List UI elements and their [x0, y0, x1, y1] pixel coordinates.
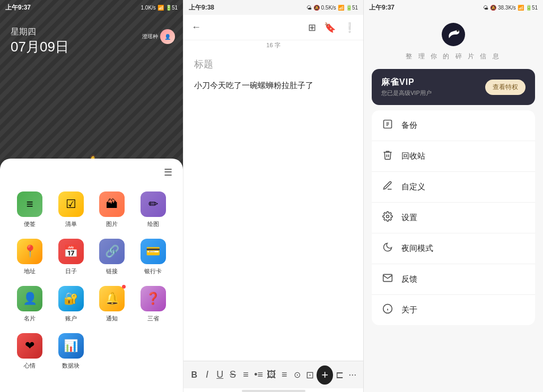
avatar-area[interactable]: 澄瑶种 👤 [142, 29, 175, 44]
circle-button[interactable]: ⊙ [291, 370, 304, 380]
trash-icon [381, 150, 394, 163]
grid-item-note[interactable]: ≡便签 [11, 189, 49, 231]
grid-item-link[interactable]: 🔗链接 [93, 236, 132, 278]
mood-label: 心情 [24, 362, 36, 370]
grid-item-reflect[interactable]: ❓三省 [134, 283, 173, 325]
feedback-icon [381, 273, 394, 286]
status-icons-panel1: 1.0K/s 📶 🔋51 [141, 5, 178, 11]
grid-item-addr[interactable]: 📍地址 [11, 236, 49, 278]
app-grid: ≡便签☑清单🏔图片✏绘图📍地址📅日子🔗链接💳银行卡👤名片🔐账户🔔通知❓三省❤心情… [11, 189, 172, 372]
underline-button[interactable]: U [214, 369, 226, 380]
grid-item-notify[interactable]: 🔔通知 [93, 283, 132, 325]
night-label: 夜间模式 [401, 243, 433, 254]
feedback-label: 反馈 [401, 274, 417, 284]
grid-item-bank[interactable]: 💳银行卡 [134, 236, 173, 278]
mood-icon: ❤ [17, 333, 42, 359]
bottom-sheet: ☰ ≡便签☑清单🏔图片✏绘图📍地址📅日子🔗链接💳银行卡👤名片🔐账户🔔通知❓三省❤… [0, 159, 183, 392]
grid-item-day[interactable]: 📅日子 [52, 236, 91, 278]
more-options-button[interactable]: ··· [346, 369, 359, 380]
more-icon[interactable]: ❕ [344, 22, 355, 33]
bank-label: 银行卡 [144, 267, 162, 275]
draw-label: 绘图 [147, 220, 159, 228]
panel-editor: 上午9:38 🌤 🔕 0.5K/s 📶 🔋51 ← ⊞ 🔖 ❕ 16 字 16 … [183, 0, 363, 392]
panel-home: 上午9:37 1.0K/s 📶 🔋51 星期四 07月09日 澄瑶种 👤 🧍 ☰… [0, 0, 183, 392]
layout-icon[interactable]: ⊞ [308, 22, 316, 33]
time-panel1: 上午9:37 [5, 3, 31, 12]
list-icon: ☑ [58, 191, 84, 217]
customize-label: 自定义 [401, 182, 425, 192]
bold-button[interactable]: B [188, 370, 200, 380]
avatar[interactable]: 👤 [160, 29, 175, 44]
status-bar-panel3: 上午9:37 🌤 🔕 38.3K/s 📶 🔋51 [364, 0, 543, 15]
box-button[interactable]: ⊡ [304, 369, 317, 381]
menu-item-trash[interactable]: 回收站 [372, 141, 535, 172]
strikethrough-button[interactable]: S [226, 369, 239, 380]
align-button[interactable]: ≡ [278, 369, 291, 380]
settings-icon [381, 211, 394, 224]
settings-menu: 备份回收站自定义设置夜间模式反馈关于 [372, 110, 535, 325]
grid-item-photo[interactable]: 🏔图片 [93, 189, 132, 231]
grid-item-contact[interactable]: 👤名片 [11, 283, 49, 325]
notify-icon: 🔔 [99, 286, 125, 311]
bank-icon: 💳 [141, 239, 166, 264]
list-label: 清单 [65, 220, 77, 228]
grid-item-list[interactable]: ☑清单 [52, 189, 91, 231]
tagline: 整 理 你 的 碎 片 信 息 [406, 52, 501, 61]
customize-icon [381, 180, 394, 194]
status-icons-panel3: 🌤 🔕 38.3K/s 📶 🔋51 [483, 5, 538, 11]
note-label: 便签 [24, 220, 36, 228]
image-button[interactable]: 🖼 [265, 369, 278, 380]
grid-item-data[interactable]: 📊数据块 [52, 330, 91, 372]
about-icon [381, 303, 394, 317]
editor-toolbar: ← ⊞ 🔖 ❕ 16 字 [183, 15, 363, 40]
keyboard-button[interactable]: ⊏ [333, 369, 346, 381]
editor-bottom-toolbar: B I U S ≡ •≡ 🖼 ≡ ⊙ ⊡ + ⊏ ··· [183, 361, 363, 388]
status-bar-panel1: 上午9:37 1.0K/s 📶 🔋51 [0, 0, 183, 15]
about-label: 关于 [401, 305, 417, 315]
note-content-field[interactable]: 小刀今天吃了一碗螺蛳粉拉肚子了 [183, 73, 363, 361]
back-button[interactable]: ← [191, 22, 201, 33]
share-icon[interactable]: 🔖 [324, 22, 336, 33]
menu-item-settings[interactable]: 设置 [372, 203, 535, 233]
orderedlist-button[interactable]: ≡ [239, 369, 252, 380]
backup-icon [381, 119, 394, 132]
menu-icon[interactable]: ☰ [164, 167, 172, 178]
grid-item-account[interactable]: 🔐账户 [52, 283, 91, 325]
toolbar-right: ⊞ 🔖 ❕ [308, 22, 355, 33]
photo-icon: 🏔 [99, 191, 125, 217]
status-bar-panel2: 上午9:38 🌤 🔕 0.5K/s 📶 🔋51 [183, 0, 363, 15]
data-label: 数据块 [62, 362, 80, 370]
add-button[interactable]: + [317, 365, 333, 385]
backup-label: 备份 [401, 120, 417, 130]
contact-icon: 👤 [17, 286, 42, 311]
note-title-field[interactable]: 标题 [183, 50, 363, 73]
trash-label: 回收站 [401, 151, 425, 161]
svg-point-1 [457, 30, 459, 32]
status-icons-panel2: 🌤 🔕 0.5K/s 📶 🔋51 [306, 5, 358, 11]
link-icon: 🔗 [99, 239, 125, 264]
panel-settings: 上午9:37 🌤 🔕 38.3K/s 📶 🔋51 整 理 你 的 碎 片 信 息… [363, 0, 543, 392]
home-indicator [242, 390, 305, 392]
menu-item-about[interactable]: 关于 [372, 295, 535, 325]
sheet-header: ☰ [11, 167, 172, 178]
account-label: 账户 [65, 315, 77, 323]
vip-card: 麻雀VIP 您已是高级VIP用户 查看特权 [372, 69, 535, 105]
notify-label: 通知 [106, 315, 118, 323]
menu-item-backup[interactable]: 备份 [372, 110, 535, 141]
reflect-label: 三省 [147, 315, 159, 323]
grid-item-draw[interactable]: ✏绘图 [134, 189, 173, 231]
draw-icon: ✏ [141, 191, 166, 217]
bulletlist-button[interactable]: •≡ [252, 369, 265, 380]
menu-item-feedback[interactable]: 反馈 [372, 264, 535, 295]
italic-button[interactable]: I [200, 369, 213, 380]
data-icon: 📊 [58, 333, 84, 359]
menu-item-customize[interactable]: 自定义 [372, 172, 535, 203]
date-area: 星期四 07月09日 [11, 27, 69, 56]
time-panel3: 上午9:37 [369, 3, 395, 12]
reflect-icon: ❓ [141, 286, 166, 311]
addr-label: 地址 [24, 267, 36, 275]
vip-button[interactable]: 查看特权 [485, 80, 526, 95]
note-icon: ≡ [17, 191, 42, 217]
menu-item-night[interactable]: 夜间模式 [372, 233, 535, 264]
grid-item-mood[interactable]: ❤心情 [11, 330, 49, 372]
